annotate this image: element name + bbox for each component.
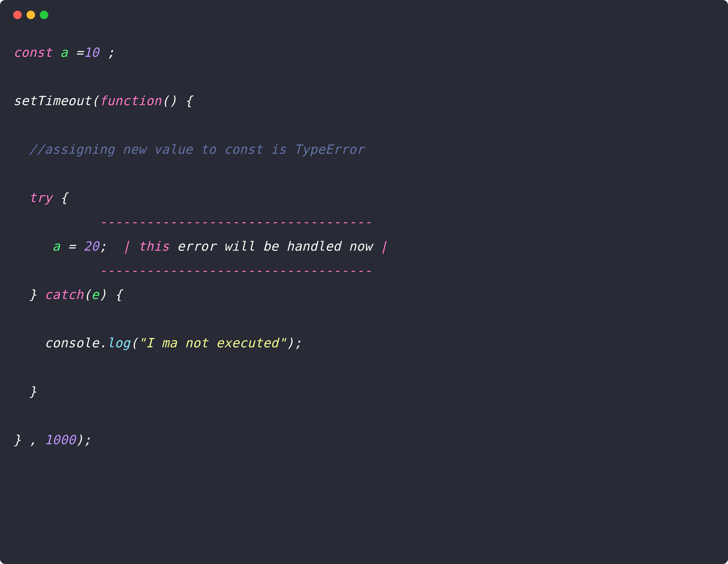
dot: . [99, 336, 107, 350]
keyword-try: try [29, 190, 52, 205]
zoom-icon[interactable] [40, 11, 48, 19]
rparen: ); [76, 432, 91, 447]
code-window: const a =10 ; setTimeout(function() { //… [0, 0, 728, 564]
string-literal: "I ma not executed" [138, 336, 286, 350]
brace: { [52, 190, 68, 205]
method-log: log [107, 336, 130, 350]
annotation-dashes-top: ----------------------------------- [99, 214, 372, 229]
number-10: 10 [84, 45, 99, 60]
brace: { [107, 287, 123, 302]
keyword-this: this [138, 239, 169, 253]
minimize-icon[interactable] [27, 11, 35, 19]
parens: () [162, 93, 177, 108]
keyword-catch: catch [37, 287, 83, 302]
annotation-text: error will be handled now [169, 239, 380, 253]
rbrace: } [29, 384, 37, 399]
operator-eq: = [60, 239, 83, 253]
rbrace: } [29, 287, 37, 302]
lparen: ( [130, 336, 138, 350]
rbrace: } [13, 432, 21, 447]
annotation-pipe: | [123, 239, 130, 253]
variable-a: a [52, 239, 60, 253]
rparen: ); [286, 336, 302, 350]
keyword-function: function [99, 93, 161, 108]
object-console: console [45, 336, 99, 350]
call-settimeout: setTimeout [13, 93, 91, 108]
number-20: 20 [84, 239, 99, 253]
annotation-dashes-bottom: ----------------------------------- [99, 263, 372, 278]
code-editor[interactable]: const a =10 ; setTimeout(function() { //… [0, 24, 728, 465]
semicolon: ; [99, 45, 115, 60]
comment-line: //assigning new value to const is TypeEr… [29, 142, 364, 157]
lparen: ( [91, 93, 99, 108]
semicolon: ; [99, 239, 107, 253]
variable-a: a [60, 45, 68, 60]
number-1000: 1000 [45, 432, 76, 447]
keyword-const: const [13, 45, 52, 60]
lparen: ( [84, 287, 91, 302]
close-icon[interactable] [13, 11, 22, 19]
operator-eq: = [76, 45, 83, 60]
comma: , [21, 432, 44, 447]
window-titlebar [0, 0, 728, 24]
brace: { [177, 93, 193, 108]
rparen: ) [99, 287, 107, 302]
param-e: e [91, 287, 99, 302]
annotation-pipe: | [380, 239, 388, 253]
